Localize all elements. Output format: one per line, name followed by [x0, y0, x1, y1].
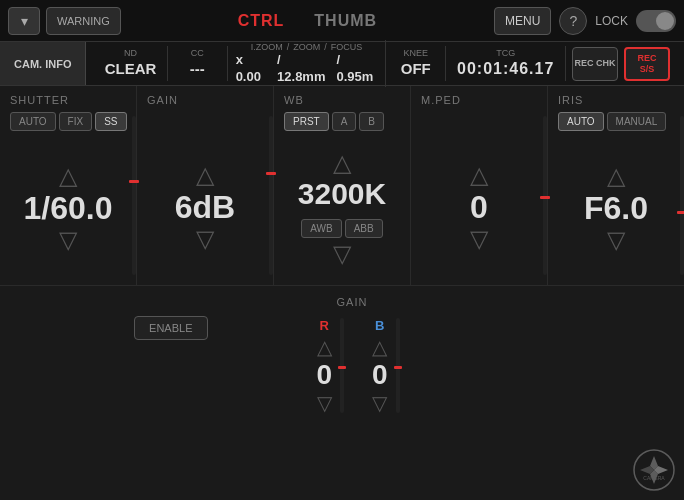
- wb-down-button[interactable]: ▽: [333, 242, 351, 266]
- gain-r-up-button[interactable]: △: [317, 337, 332, 357]
- knee-value: OFF: [401, 59, 431, 79]
- gain-r-slider-thumb: [338, 366, 346, 369]
- rec-ss-button[interactable]: RECS/S: [624, 47, 670, 81]
- mped-slider-track: [543, 116, 547, 275]
- mped-value: 0: [470, 191, 488, 223]
- wb-inner: △ 3200K AWB ABB ▽: [280, 139, 404, 277]
- iris-inner: △ F6.0 ▽: [554, 139, 678, 277]
- nd-label: ND: [124, 48, 137, 59]
- iris-up-button[interactable]: △: [607, 164, 625, 188]
- gain-b-value: 0: [372, 361, 388, 389]
- iris-manual-button[interactable]: MANUAL: [607, 112, 667, 131]
- gain-r-down-button[interactable]: ▽: [317, 393, 332, 413]
- iris-slider-track: [680, 116, 684, 275]
- izoom-field: I.ZOOM / ZOOM / FOCUS x 0.00 / 12.8mm / …: [228, 40, 387, 88]
- izoom-label: I.ZOOM: [251, 42, 283, 52]
- wb-up-button[interactable]: △: [333, 151, 351, 175]
- tcg-value: 00:01:46.17: [457, 59, 554, 80]
- zoom-value: / 12.8mm: [273, 52, 332, 86]
- izoom-values: x 0.00 / 12.8mm / 0.95m: [236, 52, 378, 86]
- nd-value: CLEAR: [105, 59, 157, 79]
- tab-ctrl[interactable]: CTRL: [238, 12, 285, 30]
- iris-section: IRIS AUTO MANUAL △ F6.0 ▽: [548, 86, 684, 285]
- menu-button[interactable]: MENU: [494, 7, 551, 35]
- shutter-title: SHUTTER: [6, 94, 69, 106]
- gain-slider-track: [269, 116, 273, 275]
- gain-channels: R △ 0 ▽ B △ 0 ▽: [316, 318, 387, 413]
- shutter-value: 1/60.0: [24, 192, 113, 224]
- iris-buttons: AUTO MANUAL: [554, 112, 666, 131]
- enable-button[interactable]: ENABLE: [134, 316, 207, 340]
- mped-inner: △ 0 ▽: [417, 136, 541, 277]
- bottom-left: ENABLE: [0, 296, 228, 340]
- tcg-field: TCG 00:01:46.17: [446, 46, 566, 82]
- top-right: MENU ? LOCK: [494, 7, 676, 35]
- gain-b-slider-thumb: [394, 366, 402, 369]
- mped-title: M.PED: [417, 94, 461, 106]
- cc-value: ---: [190, 59, 205, 79]
- shutter-buttons: AUTO FIX SS: [6, 112, 127, 131]
- shutter-inner: △ 1/60.0 ▽: [6, 139, 130, 277]
- zoom-sep2: /: [324, 42, 327, 52]
- wb-abb-button[interactable]: ABB: [345, 219, 383, 238]
- iris-down-button[interactable]: ▽: [607, 228, 625, 252]
- wb-prst-button[interactable]: PRST: [284, 112, 329, 131]
- warning-button[interactable]: WARNING: [46, 7, 121, 35]
- knee-label: KNEE: [404, 48, 429, 59]
- iris-auto-button[interactable]: AUTO: [558, 112, 604, 131]
- izoom-row: I.ZOOM / ZOOM / FOCUS: [251, 42, 363, 52]
- shutter-up-button[interactable]: △: [59, 164, 77, 188]
- gain-panel-title: GAIN: [337, 296, 368, 308]
- shutter-down-button[interactable]: ▽: [59, 228, 77, 252]
- wb-value: 3200K: [298, 179, 386, 209]
- cam-info-button[interactable]: CAM. INFO: [0, 42, 86, 85]
- watermark: CAMERA: [632, 448, 676, 492]
- wb-b-button[interactable]: B: [359, 112, 384, 131]
- rec-chk-button[interactable]: REC CHK: [572, 47, 618, 81]
- gain-b-slider-track: [396, 318, 400, 413]
- gain-r-slider-track: [340, 318, 344, 413]
- mped-up-button[interactable]: △: [470, 163, 488, 187]
- gain-section: GAIN △ 6dB ▽: [137, 86, 274, 285]
- shutter-fix-button[interactable]: FIX: [59, 112, 93, 131]
- gain-r-label: R: [320, 318, 329, 333]
- gain-down-button[interactable]: ▽: [196, 227, 214, 251]
- shutter-auto-button[interactable]: AUTO: [10, 112, 56, 131]
- gain-b-down-button[interactable]: ▽: [372, 393, 387, 413]
- wb-title: WB: [280, 94, 304, 106]
- info-bar: CAM. INFO ND CLEAR CC --- I.ZOOM / ZOOM …: [0, 42, 684, 86]
- mped-down-button[interactable]: ▽: [470, 227, 488, 251]
- gain-b-up-button[interactable]: △: [372, 337, 387, 357]
- cc-label: CC: [191, 48, 204, 59]
- top-bar: ▾ WARNING CTRL THUMB MENU ? LOCK: [0, 0, 684, 42]
- wb-awb-button[interactable]: AWB: [301, 219, 341, 238]
- iris-slider-thumb: [677, 211, 684, 214]
- gain-up-button[interactable]: △: [196, 163, 214, 187]
- main-content: SHUTTER AUTO FIX SS △ 1/60.0 ▽ GAIN △ 6d…: [0, 86, 684, 478]
- gain-b-channel: B △ 0 ▽: [372, 318, 388, 413]
- rec-buttons: REC CHK RECS/S: [566, 47, 676, 81]
- wb-sub-buttons: AWB ABB: [301, 219, 382, 238]
- wb-a-button[interactable]: A: [332, 112, 357, 131]
- lock-toggle[interactable]: [636, 10, 676, 32]
- cc-field: CC ---: [168, 46, 228, 80]
- shutter-ss-button[interactable]: SS: [95, 112, 126, 131]
- tab-thumb[interactable]: THUMB: [314, 12, 377, 30]
- nd-field: ND CLEAR: [94, 46, 167, 80]
- gain-value: 6dB: [175, 191, 235, 223]
- help-button[interactable]: ?: [559, 7, 587, 35]
- focus-label: FOCUS: [331, 42, 363, 52]
- bottom-row: ENABLE GAIN R △ 0 ▽ B △ 0: [0, 286, 684, 478]
- info-fields: ND CLEAR CC --- I.ZOOM / ZOOM / FOCUS x …: [86, 42, 684, 85]
- bottom-center: GAIN R △ 0 ▽ B △ 0 ▽: [228, 296, 477, 413]
- knee-field: KNEE OFF: [386, 46, 446, 80]
- top-bar-left: ▾ WARNING: [8, 7, 121, 35]
- controls-row: SHUTTER AUTO FIX SS △ 1/60.0 ▽ GAIN △ 6d…: [0, 86, 684, 286]
- tcg-label: TCG: [496, 48, 515, 59]
- mped-section: M.PED △ 0 ▽: [411, 86, 548, 285]
- zoom-label: ZOOM: [293, 42, 320, 52]
- izoom-sep: /: [287, 42, 290, 52]
- chevron-button[interactable]: ▾: [8, 7, 40, 35]
- gain-b-label: B: [375, 318, 384, 333]
- iris-value: F6.0: [584, 192, 648, 224]
